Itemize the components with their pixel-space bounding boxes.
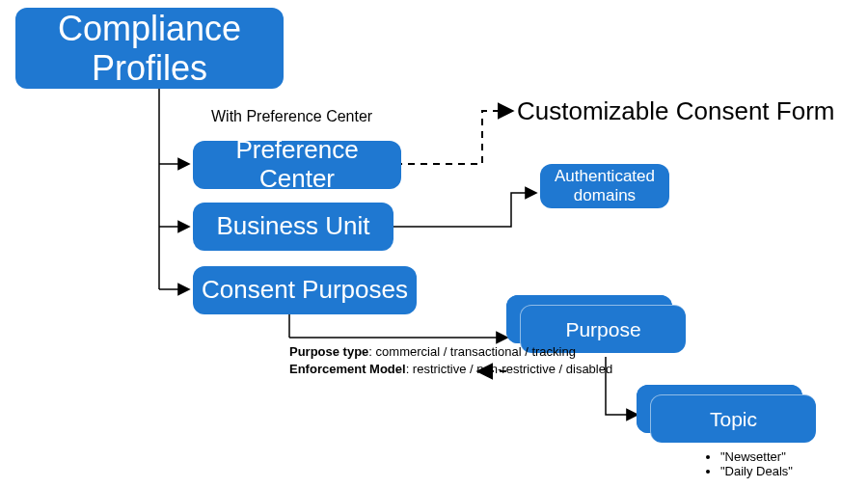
node-purpose-stack: Purpose (506, 295, 672, 343)
label-with-preference-center: With Preference Center (211, 108, 372, 125)
topic-example-item: "Daily Deals" (720, 464, 793, 478)
enforcement-val: : restrictive / non-restrictive / disabl… (406, 362, 613, 376)
node-compliance-profiles: ComplianceProfiles (15, 8, 284, 89)
diagram-canvas: ComplianceProfiles With Preference Cente… (0, 0, 868, 488)
enforcement-key: Enforcement Model (289, 362, 406, 376)
purpose-type-key: Purpose type (289, 344, 368, 359)
topic-examples: "Newsetter" "Daily Deals" (703, 449, 793, 478)
node-topic: Topic (650, 394, 816, 443)
node-authenticated-domains: Authenticateddomains (540, 164, 669, 208)
purpose-type-val: : commercial / transactional / tracking (368, 344, 576, 359)
label-consent-form: Customizable Consent Form (517, 96, 834, 126)
node-business-unit: Business Unit (193, 203, 393, 251)
node-topic-stack: Topic (637, 385, 802, 433)
node-preference-center: Preference Center (193, 141, 401, 189)
topic-example-item: "Newsetter" (720, 449, 793, 464)
purpose-metadata: Purpose type: commercial / transactional… (289, 343, 612, 377)
node-consent-purposes: Consent Purposes (193, 266, 417, 314)
